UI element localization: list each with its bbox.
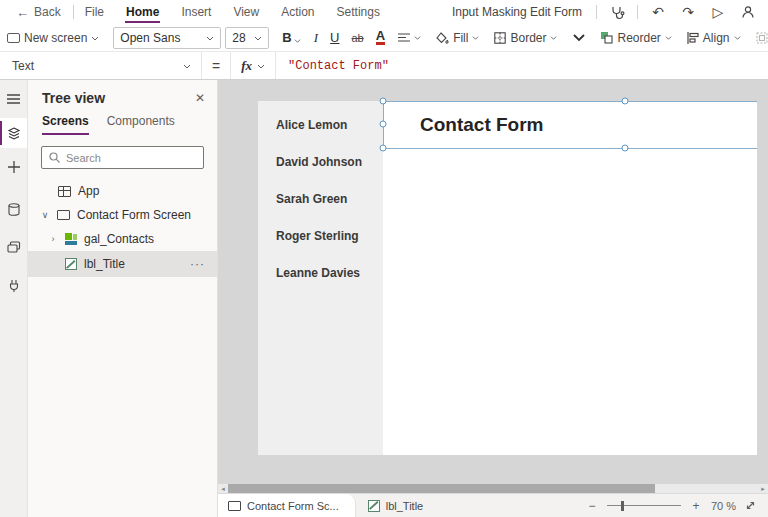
divider xyxy=(596,5,597,19)
selection-handle[interactable] xyxy=(622,98,629,105)
screen-icon xyxy=(7,33,20,43)
scrollbar-thumb[interactable] xyxy=(228,484,655,493)
horizontal-scrollbar[interactable]: ◂ ▸ xyxy=(218,484,768,493)
media-icon[interactable] xyxy=(0,232,27,262)
search-icon xyxy=(49,152,60,163)
user-account-icon[interactable] xyxy=(738,3,758,21)
group-button[interactable]: Group xyxy=(749,24,768,51)
zoom-slider[interactable] xyxy=(607,500,681,512)
tab-screens[interactable]: Screens xyxy=(42,114,89,135)
back-arrow-icon: ← xyxy=(16,5,29,20)
tree-item-screen[interactable]: ∨ Contact Form Screen xyxy=(28,203,217,227)
undo-icon[interactable]: ↶ xyxy=(648,3,668,21)
back-button[interactable]: ← Back xyxy=(0,0,73,24)
strikethrough-button[interactable]: ab xyxy=(345,32,369,44)
app-screen[interactable]: Alice Lemon David Johnson Sarah Green Ro… xyxy=(258,101,757,455)
reorder-button[interactable]: Reorder xyxy=(593,24,679,51)
bold-button[interactable]: B xyxy=(276,30,307,45)
gallery-row[interactable]: David Johnson xyxy=(276,155,362,169)
formula-input[interactable]: "Contact Form" xyxy=(276,52,401,79)
chevron-right-icon[interactable]: › xyxy=(48,234,58,244)
screen-icon xyxy=(57,210,70,220)
preview-play-icon[interactable]: ▷ xyxy=(708,3,728,21)
chevron-down-icon xyxy=(472,34,480,42)
title-label-control[interactable]: Contact Form xyxy=(383,101,757,148)
property-dropdown[interactable]: Text xyxy=(0,52,202,79)
insert-plus-icon[interactable] xyxy=(0,152,27,182)
border-button[interactable]: Border xyxy=(487,24,565,51)
tree-item-app[interactable]: App xyxy=(28,179,217,203)
gallery-row[interactable]: Leanne Davies xyxy=(276,266,360,280)
search-input[interactable] xyxy=(66,152,196,164)
text-align-button[interactable] xyxy=(391,24,429,51)
tree-item-gallery[interactable]: › gal_Contacts xyxy=(28,227,217,251)
gallery-row[interactable]: Alice Lemon xyxy=(276,118,347,132)
zoom-percentage: 70 % xyxy=(711,500,736,512)
menu-item-view[interactable]: View xyxy=(222,0,270,24)
menu-item-home[interactable]: Home xyxy=(115,0,170,24)
more-options-icon[interactable]: ··· xyxy=(190,257,205,271)
zoom-slider-track xyxy=(607,505,681,507)
underline-button[interactable]: U xyxy=(324,30,345,45)
selection-handle[interactable] xyxy=(380,145,387,152)
paint-bucket-icon xyxy=(436,32,449,44)
fill-button[interactable]: Fill xyxy=(429,24,487,51)
scroll-left-icon[interactable]: ◂ xyxy=(218,484,228,493)
zoom-out-button[interactable]: − xyxy=(586,499,598,513)
font-family-dropdown[interactable]: Open Sans xyxy=(113,27,221,49)
chevron-down-icon xyxy=(257,62,265,70)
breadcrumb-control[interactable]: lbl_Title xyxy=(356,500,436,512)
selection-handle[interactable] xyxy=(380,121,387,128)
app-title: Input Masking Edit Form xyxy=(452,5,586,19)
menu-item-file[interactable]: File xyxy=(74,0,115,24)
align-button[interactable]: Align xyxy=(680,24,749,51)
label-icon xyxy=(368,500,380,512)
design-canvas[interactable]: Alice Lemon David Johnson Sarah Green Ro… xyxy=(218,80,768,493)
tree-view-rail-icon[interactable] xyxy=(0,118,27,148)
chevron-down-icon xyxy=(665,34,673,42)
chevron-down-icon[interactable]: ∨ xyxy=(40,210,50,220)
gallery-row[interactable]: Sarah Green xyxy=(276,192,347,206)
fx-button[interactable]: fx xyxy=(230,52,276,79)
tree-search-box xyxy=(41,146,204,169)
chevron-down-icon xyxy=(550,34,558,42)
menu-item-settings[interactable]: Settings xyxy=(326,0,391,24)
left-icon-rail xyxy=(0,80,28,517)
tab-components[interactable]: Components xyxy=(107,114,175,135)
hamburger-menu-icon[interactable] xyxy=(0,84,27,114)
align-objects-icon xyxy=(687,32,699,44)
tree-item-label-selected[interactable]: lbl_Title ··· xyxy=(28,251,217,277)
chevron-down-icon xyxy=(254,34,262,42)
scroll-right-icon[interactable]: ▸ xyxy=(758,484,768,493)
gallery-row[interactable]: Roger Sterling xyxy=(276,229,359,243)
zoom-in-button[interactable]: + xyxy=(690,499,702,513)
breadcrumb-screen[interactable]: Contact Form Sc... xyxy=(218,494,356,517)
font-size-dropdown[interactable]: 28 xyxy=(225,27,269,49)
data-sources-icon[interactable] xyxy=(0,194,27,224)
app-icon xyxy=(58,186,71,197)
equals-sign: = xyxy=(202,52,230,79)
selection-handle[interactable] xyxy=(622,145,629,152)
redo-icon[interactable]: ↷ xyxy=(678,3,698,21)
selection-border-top xyxy=(383,101,757,102)
new-screen-button[interactable]: New screen xyxy=(0,24,106,51)
menu-item-action[interactable]: Action xyxy=(270,0,325,24)
formula-bar: Text = fx "Contact Form" xyxy=(0,52,768,80)
advanced-tools-icon[interactable] xyxy=(0,270,27,300)
selection-handle[interactable] xyxy=(380,98,387,105)
border-grid-icon xyxy=(494,32,506,44)
close-icon[interactable]: ✕ xyxy=(195,91,205,105)
fit-to-window-icon[interactable] xyxy=(745,500,756,511)
italic-button[interactable]: I xyxy=(308,30,324,46)
group-icon xyxy=(756,32,768,44)
more-formatting-chevron[interactable] xyxy=(565,33,593,42)
menu-item-insert[interactable]: Insert xyxy=(170,0,222,24)
powerapps-studio-window: ← Back File Home Insert View Action Sett… xyxy=(0,0,768,517)
gallery-icon xyxy=(65,233,77,245)
status-bar: Contact Form Sc... lbl_Title − + 70 % xyxy=(218,493,768,517)
zoom-slider-handle[interactable] xyxy=(621,501,624,511)
contacts-gallery[interactable]: Alice Lemon David Johnson Sarah Green Ro… xyxy=(258,101,383,455)
app-checker-icon[interactable] xyxy=(607,3,627,21)
font-color-button[interactable]: A xyxy=(370,30,391,45)
chevron-down-icon xyxy=(294,37,302,45)
